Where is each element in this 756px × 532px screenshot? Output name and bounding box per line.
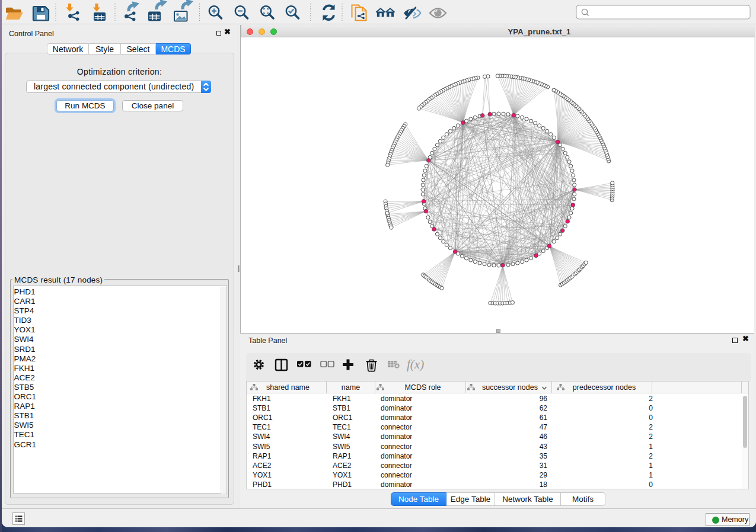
svg-text:f(x): f(x) [407,357,424,371]
